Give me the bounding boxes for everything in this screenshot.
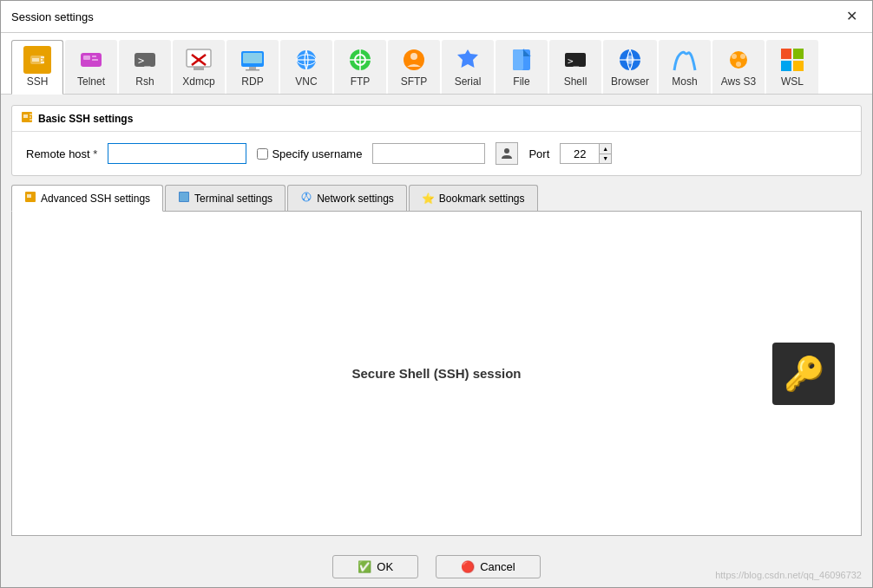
tab-mosh-label: Mosh [672, 75, 697, 88]
svg-rect-43 [793, 61, 804, 71]
basic-settings-panel: Basic SSH settings Remote host * Specify… [11, 105, 862, 176]
ftp-icon [346, 46, 374, 74]
tab-sftp[interactable]: SFTP [388, 40, 440, 94]
advanced-ssh-icon [24, 191, 36, 206]
svg-rect-11 [187, 49, 211, 67]
svg-point-57 [308, 199, 310, 200]
svg-rect-42 [781, 61, 791, 71]
session-description: Secure Shell (SSH) session [351, 366, 521, 381]
username-input[interactable] [372, 143, 485, 164]
svg-rect-8 [92, 59, 98, 61]
svg-line-58 [305, 195, 306, 199]
svg-point-55 [305, 193, 307, 195]
sub-content: Secure Shell (SSH) session 🔑 [11, 212, 862, 536]
tab-awss3[interactable]: Aws S3 [712, 40, 765, 94]
ok-label: OK [377, 560, 393, 573]
panel-title: Basic SSH settings [38, 113, 133, 125]
tab-shell-label: Shell [564, 75, 587, 88]
tab-wsl[interactable]: WSL [766, 40, 818, 94]
remote-host-input[interactable] [108, 143, 246, 164]
svg-text:>_: >_ [138, 55, 151, 67]
tab-bookmark[interactable]: ⭐ Bookmark settings [409, 185, 538, 211]
cancel-label: Cancel [480, 560, 515, 573]
watermark: https://blog.csdn.net/qq_46096732 [715, 570, 862, 580]
bookmark-icon: ⭐ [422, 193, 435, 205]
svg-rect-17 [249, 67, 256, 69]
port-input[interactable] [560, 143, 599, 164]
tab-xdmcp[interactable]: Xdmcp [173, 40, 225, 94]
ok-icon: ✅ [358, 560, 371, 573]
tab-vnc[interactable]: VNC [280, 40, 332, 94]
svg-point-37 [732, 54, 737, 59]
content-area: Basic SSH settings Remote host * Specify… [1, 95, 872, 546]
svg-line-59 [306, 195, 308, 199]
svg-point-27 [410, 53, 417, 60]
file-icon [508, 46, 535, 74]
tab-rsh-label: Rsh [135, 75, 154, 88]
tab-serial[interactable]: Serial [442, 40, 494, 94]
vnc-icon [292, 46, 320, 74]
svg-rect-5 [81, 53, 102, 67]
tab-file[interactable]: File [496, 40, 548, 94]
svg-rect-6 [83, 56, 90, 60]
svg-rect-7 [92, 56, 96, 57]
tab-rdp[interactable]: RDP [226, 40, 279, 94]
svg-text:>_: >_ [568, 56, 580, 67]
required-star: * [90, 147, 98, 160]
tab-terminal-label: Terminal settings [194, 193, 272, 205]
tab-ftp[interactable]: FTP [334, 40, 386, 94]
port-increment-button[interactable]: ▲ [600, 144, 611, 154]
specify-username-label[interactable]: Specify username [257, 147, 362, 160]
awss3-icon [725, 46, 752, 74]
svg-point-38 [740, 54, 745, 59]
sub-tabs-wrapper: Advanced SSH settings Terminal settings … [11, 185, 862, 536]
tab-rdp-label: RDP [241, 75, 263, 88]
tab-ftp-label: FTP [351, 75, 371, 88]
svg-rect-41 [793, 49, 804, 59]
svg-rect-40 [781, 49, 791, 59]
sub-tabs: Advanced SSH settings Terminal settings … [11, 185, 862, 212]
tab-terminal[interactable]: Terminal settings [165, 185, 286, 211]
tab-browser-label: Browser [611, 75, 649, 88]
svg-marker-45 [23, 114, 28, 118]
cancel-button[interactable]: 🔴 Cancel [436, 555, 540, 578]
svg-rect-53 [180, 193, 188, 201]
tab-wsl-label: WSL [781, 75, 804, 88]
tab-ssh-label: SSH [27, 75, 49, 88]
port-decrement-button[interactable]: ▼ [600, 154, 611, 164]
protocol-tabs: SSH Telnet >_ Rsh Xdmcp R [1, 33, 872, 95]
tab-ssh[interactable]: SSH [11, 40, 63, 95]
close-button[interactable]: ✕ [842, 8, 862, 25]
specify-username-checkbox[interactable] [257, 148, 268, 160]
panel-body: Remote host * Specify username Port ▲ ▼ [12, 132, 861, 175]
svg-point-49 [504, 148, 509, 154]
rsh-icon: >_ [131, 46, 159, 74]
shell-icon: >_ [561, 46, 589, 74]
remote-host-label: Remote host * [26, 147, 97, 160]
dialog-title: Session settings [11, 10, 94, 23]
serial-icon [454, 46, 482, 74]
xdmcp-icon [185, 46, 213, 74]
mosh-icon [671, 46, 699, 74]
svg-point-39 [736, 62, 741, 67]
network-icon [300, 191, 312, 206]
ok-button[interactable]: ✅ OK [332, 555, 418, 578]
tab-network[interactable]: Network settings [287, 185, 407, 211]
terminal-icon [178, 191, 190, 206]
tab-browser[interactable]: Browser [603, 40, 657, 94]
tab-advanced-ssh[interactable]: Advanced SSH settings [11, 185, 163, 212]
footer: ✅ OK 🔴 Cancel https://blog.csdn.net/qq_4… [1, 546, 872, 587]
rdp-icon [239, 46, 266, 74]
panel-header: Basic SSH settings [12, 106, 861, 132]
panel-header-icon [21, 111, 33, 126]
user-browse-button[interactable] [496, 142, 518, 165]
tab-rsh[interactable]: >_ Rsh [119, 40, 171, 94]
tab-telnet[interactable]: Telnet [65, 40, 117, 94]
tab-mosh[interactable]: Mosh [659, 40, 711, 94]
tab-vnc-label: VNC [295, 75, 317, 88]
sftp-icon [400, 46, 428, 74]
key-icon-box: 🔑 [772, 343, 835, 405]
svg-rect-18 [246, 69, 259, 71]
svg-rect-16 [243, 53, 262, 63]
tab-shell[interactable]: >_ Shell [549, 40, 601, 94]
